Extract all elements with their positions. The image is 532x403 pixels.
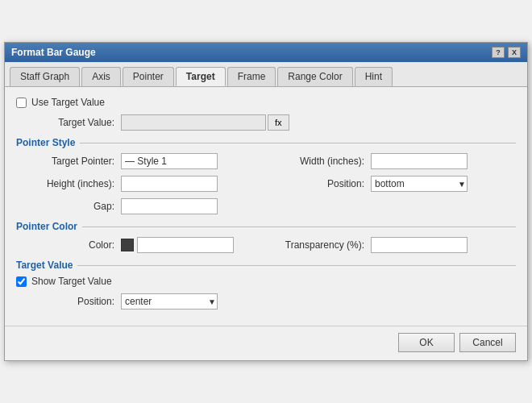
tab-hint[interactable]: Hint (355, 67, 393, 86)
pointer-color-line (82, 226, 516, 227)
use-target-value-label: Use Target Value (31, 97, 105, 108)
tab-axis[interactable]: Axis (81, 67, 121, 86)
ok-button[interactable]: OK (398, 333, 455, 352)
show-target-value-label: Show Target Value (31, 276, 112, 287)
width-input[interactable]: 0 (371, 153, 468, 169)
gap-input[interactable]: 0 (121, 198, 218, 214)
cancel-button[interactable]: Cancel (459, 333, 516, 352)
transparency-right: Transparency (%): 0 (266, 237, 516, 253)
help-button[interactable]: ? (492, 47, 505, 58)
pointer-style-divider: Pointer Style (16, 137, 516, 148)
height-row: Height (inches): 0 Position: bottom top … (16, 176, 516, 192)
gap-row: Gap: 0 (16, 198, 516, 214)
transparency-input[interactable]: 0 (371, 237, 468, 253)
height-left: Height (inches): 0 (16, 176, 266, 192)
tab-target[interactable]: Target (176, 67, 226, 86)
content-area: Use Target Value Target Value: fx Pointe… (5, 87, 527, 326)
target-pointer-select-wrapper: — Style 1 — Style 2 — Style 3 (121, 153, 218, 169)
use-target-value-row: Use Target Value (16, 97, 516, 108)
width-right: Width (inches): 0 (266, 153, 516, 169)
title-bar-buttons: ? X (492, 47, 521, 58)
target-value-heading: Target Value (16, 260, 73, 271)
target-value-label: Target Value: (16, 117, 121, 128)
title-bar: Format Bar Gauge ? X (5, 43, 527, 62)
show-target-value-row: Show Target Value (16, 276, 516, 287)
position-select-wrapper: bottom top center ▼ (371, 176, 468, 192)
target-pointer-row: Target Pointer: — Style 1 — Style 2 — St… (16, 153, 516, 169)
target-pointer-label: Target Pointer: (16, 156, 121, 167)
height-input[interactable]: 0 (121, 176, 218, 192)
tab-pointer[interactable]: Pointer (123, 67, 174, 86)
color-swatch[interactable] (121, 239, 134, 251)
pointer-color-heading: Pointer Color (16, 221, 77, 232)
gap-label: Gap: (16, 201, 121, 212)
position-label: Position: (266, 178, 371, 189)
tab-range-color[interactable]: Range Color (277, 67, 352, 86)
dialog-title: Format Bar Gauge (11, 47, 96, 58)
color-input[interactable]: #3f3f3f (137, 237, 234, 253)
tab-frame[interactable]: Frame (227, 67, 276, 86)
target-pointer-left: Target Pointer: — Style 1 — Style 2 — St… (16, 153, 266, 169)
position2-row: Position: center top bottom ▼ (16, 293, 516, 310)
target-value-line (77, 265, 516, 266)
position2-select[interactable]: center top bottom (121, 293, 218, 310)
position-right: Position: bottom top center ▼ (266, 176, 516, 192)
target-value-input[interactable] (121, 114, 266, 131)
transparency-label: Transparency (%): (266, 239, 371, 251)
dialog: Format Bar Gauge ? X Staff Graph Axis Po… (4, 42, 528, 361)
target-pointer-select[interactable]: — Style 1 — Style 2 — Style 3 (121, 153, 218, 169)
pointer-style-line (80, 143, 516, 143)
target-value-row: Target Value: fx (16, 114, 516, 131)
position2-label: Position: (16, 296, 121, 307)
color-left: Color: #3f3f3f (16, 237, 266, 253)
position2-select-wrapper: center top bottom ▼ (121, 293, 218, 310)
fx-button[interactable]: fx (268, 114, 289, 131)
footer: OK Cancel (5, 326, 527, 360)
tab-staff-graph[interactable]: Staff Graph (10, 67, 80, 86)
pointer-color-divider: Pointer Color (16, 221, 516, 232)
target-value-section-divider: Target Value (16, 260, 516, 271)
color-label: Color: (16, 239, 121, 251)
use-target-value-checkbox[interactable] (16, 98, 27, 108)
show-target-value-checkbox[interactable] (16, 276, 27, 287)
position-select[interactable]: bottom top center (371, 176, 468, 192)
color-row: Color: #3f3f3f Transparency (%): 0 (16, 237, 516, 253)
pointer-style-heading: Pointer Style (16, 137, 75, 148)
tabs-bar: Staff Graph Axis Pointer Target Frame Ra… (5, 62, 527, 87)
close-button[interactable]: X (508, 47, 521, 58)
height-label: Height (inches): (16, 178, 121, 189)
width-label: Width (inches): (266, 156, 371, 167)
